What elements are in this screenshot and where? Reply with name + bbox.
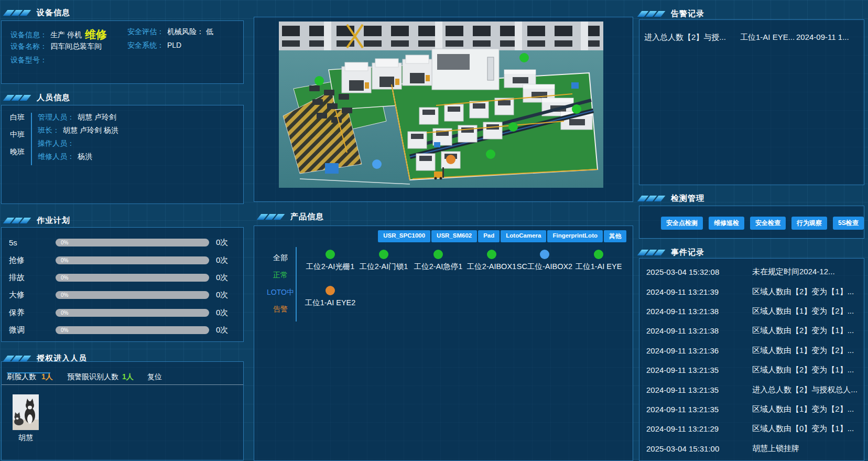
triple-arrow-icon — [5, 356, 30, 361]
detection-button[interactable]: 5S检查 — [833, 217, 864, 230]
status-dot-icon — [433, 250, 443, 259]
status-dot-icon — [379, 250, 388, 259]
section-header-personnel: 人员信息 — [5, 92, 70, 103]
work-plan-row: 5s 0% 0次 — [9, 234, 243, 251]
shift-tabs: 白班中班晚班 — [10, 113, 25, 165]
work-plan-row: 排故 0% 0次 — [9, 269, 243, 286]
shift-tab[interactable]: 白班 — [10, 113, 25, 130]
event-row: 2024-09-11 13:21:29 区域人数由【0】变为【1】... — [639, 419, 864, 438]
device-type-button[interactable]: 其他 — [604, 230, 626, 242]
progress-bar: 0% — [56, 239, 209, 246]
section-header-device-info: 设备信息 — [5, 7, 70, 18]
shift-tab[interactable]: 晚班 — [10, 147, 25, 165]
progress-bar: 0% — [56, 256, 209, 264]
plan-label: 排故 — [9, 273, 56, 283]
alarm-device: 工位1-AI EYE... — [740, 33, 796, 42]
product-item-label: SC工位-AIBOX2 — [513, 262, 576, 272]
detection-button[interactable]: 安全检查 — [750, 217, 786, 230]
status-dot-icon — [487, 250, 496, 259]
alarm-time: 2024-09-11 1... — [796, 33, 860, 42]
progress-percent: 0% — [56, 258, 68, 263]
progress-percent: 0% — [56, 310, 68, 316]
section-header-detection: 检测管理 — [639, 193, 704, 203]
field-value: PLD — [167, 41, 181, 49]
filter-divider — [296, 247, 297, 321]
device-type-button[interactable]: USR_SPC1000 — [378, 230, 430, 242]
section-title: 人员信息 — [37, 93, 70, 103]
product-item[interactable]: SC工位-AIBOX2 — [513, 250, 576, 272]
personnel-row: 维修人员：杨洪 — [38, 152, 118, 165]
work-plan-row: 保养 0% 0次 — [9, 304, 243, 321]
product-item-label: 工位1-AI EYE — [567, 262, 630, 272]
work-plan-row: 大修 0% 0次 — [9, 286, 243, 304]
field-value: 四车间总装车间 — [50, 42, 102, 50]
field-label: 班长： — [38, 126, 60, 134]
factory-3d-panel — [254, 17, 633, 202]
detection-button[interactable]: 行为观察 — [791, 217, 827, 230]
plan-count: 0次 — [216, 325, 228, 335]
status-filter-tab[interactable]: LOTO中 — [265, 288, 296, 297]
section-title: 告警记录 — [671, 9, 704, 19]
status-dot-icon — [326, 286, 335, 295]
event-description: 区域人数由【2】变为【1】... — [752, 287, 864, 297]
triple-arrow-icon — [639, 196, 665, 201]
section-title: 检测管理 — [671, 194, 704, 203]
reset-button[interactable]: 复位 — [147, 372, 162, 382]
active-tab-underline — [7, 372, 50, 373]
field-label: 安全系统： — [127, 41, 164, 49]
personnel-row: 管理人员：胡慧 卢玲剑 — [38, 113, 118, 126]
status-filter-tab[interactable]: 正常 — [265, 271, 296, 280]
eye-count-tab[interactable]: 预警眼识别人数 — [67, 372, 118, 382]
triple-arrow-icon — [639, 250, 665, 255]
event-time: 2024-09-11 13:21:35 — [639, 385, 752, 394]
device-type-button[interactable]: Pad — [478, 230, 500, 242]
product-item[interactable]: 工位1-AI EYE2 — [299, 286, 362, 308]
event-description: 未在规定时间2024-12... — [752, 267, 864, 277]
field-label: 安全评估： — [127, 27, 164, 36]
section-header-product-info: 产品信息 — [259, 211, 324, 222]
status-filter-tab[interactable]: 告警 — [265, 305, 296, 314]
detection-button[interactable]: 维修巡检 — [709, 217, 744, 230]
device-model-row: 设备型号： — [10, 56, 50, 65]
triple-arrow-icon — [5, 218, 30, 223]
event-row: 2024-09-11 13:21:35 区域人数由【2】变为【1】... — [639, 360, 864, 380]
progress-percent: 0% — [56, 327, 68, 333]
status-filter-tabs: 全部正常LOTO中告警 — [265, 226, 296, 331]
section-header-alarms: 告警记录 — [639, 8, 704, 19]
alarm-row: 进入总人数【2】与授... 工位1-AI EYE... 2024-09-11 1… — [644, 33, 860, 42]
device-type-button[interactable]: USR_SM602 — [431, 230, 477, 242]
eye-count-value: 1人 — [122, 372, 134, 382]
alarm-records-panel: 进入总人数【2】与授... 工位1-AI EYE... 2024-09-11 1… — [639, 19, 864, 185]
event-description: 区域人数由【1】变为【2】... — [752, 306, 864, 316]
progress-percent: 0% — [56, 240, 68, 245]
plan-label: 大修 — [9, 290, 56, 300]
status-dot-icon — [540, 250, 549, 259]
event-time: 2024-09-11 13:21:38 — [639, 326, 752, 335]
event-description: 区域人数由【2】变为【1】... — [752, 326, 864, 336]
device-status-row: 设备信息：生产 停机维修 — [10, 27, 107, 42]
product-info-panel: USR_SPC1000USR_SM602PadLotoCameraFingerp… — [254, 226, 633, 461]
event-description: 胡慧上锁挂牌 — [752, 444, 864, 454]
event-row: 2025-03-04 15:32:08 未在规定时间2024-12... — [639, 262, 864, 282]
personnel-fields: 管理人员：胡慧 卢玲剑 班长：胡慧 卢玲剑 杨洪 操作人员： 维修人员：杨洪 — [31, 113, 118, 165]
event-time: 2024-09-11 13:21:35 — [639, 366, 752, 374]
product-item[interactable]: 工位2-AI门锁1 — [352, 250, 415, 272]
event-records-panel: 2025-03-04 15:32:08 未在规定时间2024-12... 202… — [639, 258, 864, 461]
person-photo — [13, 394, 39, 430]
detection-button[interactable]: 安全点检测 — [661, 217, 703, 230]
field-label: 设备名称： — [10, 42, 47, 50]
event-description: 区域人数由【0】变为【1】... — [752, 424, 864, 434]
status-badge: 维修 — [85, 28, 107, 40]
device-type-button[interactable]: FingerprintLoto — [547, 230, 603, 242]
product-item[interactable]: 工位1-AI EYE — [567, 250, 630, 272]
detection-panel: 安全点检测维修巡检安全检查行为观察5S检查 — [639, 206, 864, 239]
device-type-button[interactable]: LotoCamera — [501, 230, 546, 242]
plan-count: 0次 — [216, 290, 228, 300]
shift-tab[interactable]: 中班 — [10, 130, 25, 147]
personnel-row: 操作人员： — [38, 139, 118, 152]
field-label: 设备信息： — [10, 30, 47, 39]
field-value: 胡慧 卢玲剑 杨洪 — [63, 126, 118, 134]
face-count-tab[interactable]: 刷脸人数 — [7, 372, 36, 382]
progress-percent: 0% — [56, 275, 68, 281]
status-filter-tab[interactable]: 全部 — [265, 253, 296, 263]
